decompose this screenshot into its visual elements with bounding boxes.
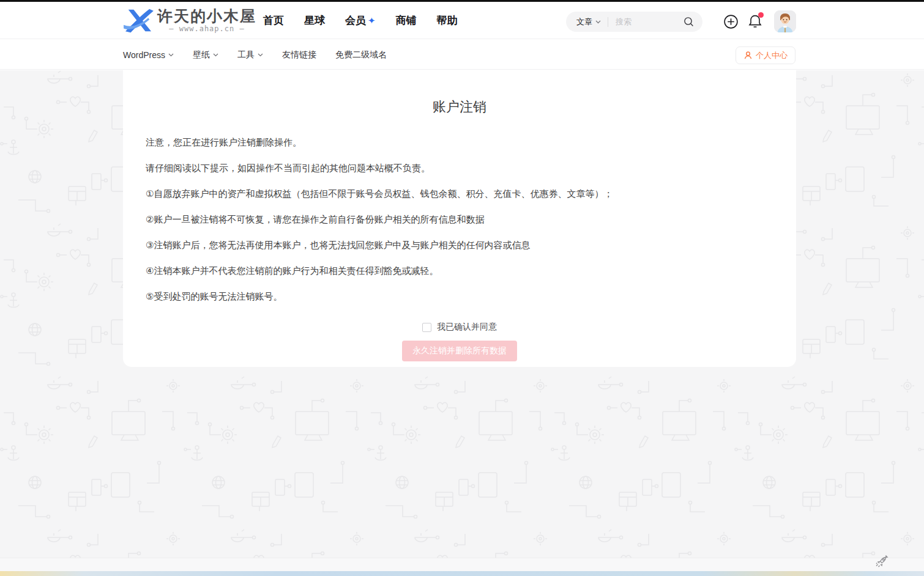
back-to-top-rocket-icon[interactable] (875, 555, 889, 571)
site-title: 许天的小木屋 (157, 8, 256, 24)
nav-item-planet[interactable]: 星球 (304, 13, 325, 28)
chevron-down-icon (168, 53, 174, 57)
subnav-item-links[interactable]: 友情链接 (282, 50, 316, 61)
permanent-delete-button[interactable]: 永久注销并删除所有数据 (402, 341, 517, 361)
page-title: 账户注销 (123, 98, 796, 116)
user-center-button[interactable]: 个人中心 (736, 46, 795, 64)
subnav-item-tools[interactable]: 工具 (237, 50, 263, 61)
search-category-select[interactable]: 文章 (566, 17, 608, 28)
header: 许天的小木屋 — www.ahap.cn — 首页 星球 会员 ✦ 商铺 帮助 … (0, 2, 924, 39)
notice-text: 注意，您正在进行账户注销删除操作。 请仔细阅读以下提示，如因操作不当而引起的其他… (146, 130, 773, 309)
confirm-row: 我已确认并同意 (123, 322, 796, 333)
nav-item-help[interactable]: 帮助 (437, 13, 458, 28)
site-url: — www.ahap.cn — (169, 24, 244, 34)
publish-plus-icon[interactable] (724, 15, 738, 29)
notification-badge (758, 12, 764, 18)
notice-line: ④注销本账户并不代表您注销前的账户行为和相关责任得到豁免或减轻。 (146, 258, 773, 284)
confirm-checkbox[interactable] (422, 323, 431, 332)
nav-item-vip[interactable]: 会员 ✦ (345, 13, 376, 28)
notice-line: ⑤受到处罚的账号无法注销账号。 (146, 284, 773, 309)
search-input[interactable] (608, 17, 684, 26)
star-icon: ✦ (368, 16, 376, 25)
secondary-nav: WordPress 壁纸 工具 友情链接 免费二级域名 个人中心 (0, 40, 924, 70)
notice-line: 注意，您正在进行账户注销删除操作。 (146, 130, 773, 155)
chevron-down-icon (258, 53, 263, 57)
bottom-gradient-band (0, 571, 924, 576)
person-icon (743, 51, 753, 60)
search-bar: 文章 (566, 12, 702, 32)
notice-line: ③注销账户后，您将无法再使用本账户，也将无法找回您账户中及与账户相关的任何内容或… (146, 232, 773, 258)
main-nav: 首页 星球 会员 ✦ 商铺 帮助 (263, 2, 458, 39)
notice-line: ②账户一旦被注销将不可恢复，请您在操作之前自行备份账户相关的所有信息和数据 (146, 207, 773, 232)
subnav-item-wordpress[interactable]: WordPress (123, 50, 174, 60)
footer-strip (0, 558, 924, 571)
search-icon[interactable] (684, 17, 694, 27)
nav-item-shop[interactable]: 商铺 (396, 13, 417, 28)
confirm-label[interactable]: 我已确认并同意 (437, 322, 497, 333)
subnav-item-wallpaper[interactable]: 壁纸 (193, 50, 218, 61)
user-avatar[interactable] (774, 10, 796, 32)
nav-item-home[interactable]: 首页 (263, 13, 284, 28)
notice-line: ①自愿放弃账户中的资产和虚拟权益（包括但不限于账号会员权益、钱包余额、积分、充值… (146, 181, 773, 207)
chevron-down-icon (595, 20, 601, 24)
notification-bell-icon[interactable] (748, 14, 762, 29)
chevron-down-icon (213, 53, 218, 57)
notice-line: 请仔细阅读以下提示，如因操作不当而引起的其他问题本站概不负责。 (146, 155, 773, 181)
logo-x-icon (123, 7, 154, 34)
subnav-item-free-domain[interactable]: 免费二级域名 (335, 50, 387, 61)
account-cancellation-card: 账户注销 注意，您正在进行账户注销删除操作。 请仔细阅读以下提示，如因操作不当而… (123, 70, 796, 367)
site-logo[interactable]: 许天的小木屋 — www.ahap.cn — (123, 7, 256, 34)
